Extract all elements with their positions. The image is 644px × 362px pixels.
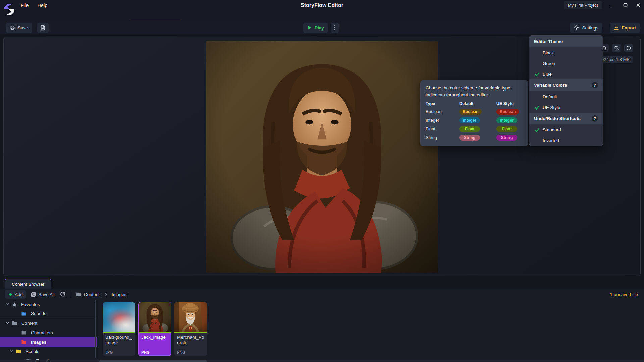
asset-name: Merchant_Portrait xyxy=(177,335,204,346)
folder-open-icon xyxy=(12,321,17,325)
play-icon xyxy=(307,25,312,30)
asset-card-merchant-portrait[interactable]: Merchant_Portrait PNG xyxy=(174,302,207,356)
tree-item-scripts[interactable]: Scripts xyxy=(0,347,97,356)
item-label: UE Style xyxy=(543,105,560,110)
column-header: UE Style xyxy=(496,101,534,106)
row-label: Boolean xyxy=(426,109,459,114)
tree-item-content[interactable]: Content xyxy=(0,318,97,328)
add-label: Add xyxy=(15,292,23,297)
horizontal-scrollbar[interactable] xyxy=(0,360,644,362)
section-undo-redo: Undo/Redo Shortcuts ? xyxy=(529,113,603,124)
file-preview-button[interactable] xyxy=(37,23,49,33)
item-label: Black xyxy=(543,50,554,55)
scrollbar-thumb[interactable] xyxy=(99,360,207,362)
content-browser-tab[interactable]: Content Browser xyxy=(5,279,51,289)
tree-item-sounds[interactable]: Sounds xyxy=(0,309,97,318)
tree-label: Images xyxy=(31,340,47,345)
export-label: Export xyxy=(622,25,636,31)
variable-color-table: Type Default UE Style Boolean Boolean Bo… xyxy=(426,101,523,141)
menu-item-black[interactable]: Black xyxy=(529,47,603,58)
item-label: Green xyxy=(543,61,555,66)
app-window: File Help StoryFlow Editor My First Proj… xyxy=(0,0,644,362)
project-name-badge: My First Project xyxy=(564,1,602,9)
document-search-icon xyxy=(40,25,45,31)
pill-string-ue: String xyxy=(496,135,517,141)
tree-label: Sounds xyxy=(31,311,46,316)
menu-file[interactable]: File xyxy=(21,3,29,8)
refresh-button[interactable] xyxy=(60,292,65,297)
menu-item-ue-style[interactable]: UE Style xyxy=(529,102,603,113)
star-icon xyxy=(12,302,17,307)
title-bar: File Help StoryFlow Editor My First Proj… xyxy=(0,0,644,10)
pill-string-default: String xyxy=(459,135,480,141)
chevron-down-icon[interactable] xyxy=(6,322,10,324)
asset-name: Jack_Image xyxy=(141,335,168,340)
row-label: String xyxy=(426,135,459,140)
minimize-button[interactable] xyxy=(610,3,615,8)
item-label: Inverted xyxy=(543,138,559,143)
chevron-down-icon[interactable] xyxy=(6,303,10,306)
unsaved-files-status: 1 unsaved file xyxy=(610,292,638,297)
folder-icon xyxy=(76,292,81,297)
asset-type: PNG xyxy=(141,350,168,354)
menu-item-inverted[interactable]: Inverted xyxy=(529,135,603,146)
plus-icon xyxy=(8,292,13,297)
folder-icon xyxy=(21,340,27,344)
menu-item-blue[interactable]: Blue xyxy=(529,69,603,79)
row-label: Integer xyxy=(426,118,459,123)
chevron-down-icon[interactable] xyxy=(10,350,14,353)
tree-scrollbar[interactable] xyxy=(95,300,96,358)
content-browser-toolbar: Add Save All Content Images 1 unsaved fi… xyxy=(0,289,644,300)
folder-icon xyxy=(21,330,27,335)
breadcrumb-images[interactable]: Images xyxy=(112,292,126,297)
play-label: Play xyxy=(315,25,324,31)
tree-item-exports[interactable]: Exports xyxy=(0,356,97,360)
tab-bar: </> Test </> Script_04 Jack_Image xyxy=(0,10,644,21)
editor-toolbar: Save Play Settings xyxy=(0,21,644,34)
help-icon[interactable]: ? xyxy=(592,82,598,88)
asset-card-jack-image[interactable]: Jack_Image PNG xyxy=(139,302,171,356)
menu-help[interactable]: Help xyxy=(37,3,47,8)
help-icon[interactable]: ? xyxy=(592,115,598,122)
zoom-out-button[interactable] xyxy=(612,44,621,52)
tree-item-characters[interactable]: Characters xyxy=(0,328,97,337)
menu-bar: File Help xyxy=(21,0,47,10)
check-icon xyxy=(534,71,540,77)
add-button[interactable]: Add xyxy=(5,290,26,299)
reset-view-button[interactable] xyxy=(624,44,633,52)
check-icon xyxy=(534,127,540,133)
breadcrumb-content[interactable]: Content xyxy=(84,292,100,297)
save-button[interactable]: Save xyxy=(6,23,32,33)
app-title: StoryFlow Editor xyxy=(0,0,644,10)
tree-label: Scripts xyxy=(25,349,39,354)
pill-boolean-default: Boolean xyxy=(459,109,482,115)
pill-float-default: Float xyxy=(459,126,480,132)
tree-label: Content xyxy=(21,321,37,326)
asset-name: Background_Image xyxy=(105,335,132,346)
save-all-button[interactable]: Save All xyxy=(31,292,55,297)
asset-grid: Background_Image JPG Jack_Image PNG Me xyxy=(99,300,207,356)
content-browser-body: Favorites Sounds Content Characters xyxy=(0,300,644,360)
menu-item-green[interactable]: Green xyxy=(529,58,603,69)
tree-item-favorites[interactable]: Favorites xyxy=(0,300,97,309)
play-options-button[interactable] xyxy=(331,23,339,33)
menu-item-default[interactable]: Default xyxy=(529,91,603,102)
column-header: Default xyxy=(459,101,496,106)
export-button[interactable]: Export xyxy=(610,23,640,33)
maximize-button[interactable] xyxy=(623,3,628,8)
tree-item-images[interactable]: Images xyxy=(0,337,97,347)
row-label: Float xyxy=(426,126,459,131)
play-button[interactable]: Play xyxy=(303,23,328,33)
asset-card-background-image[interactable]: Background_Image JPG xyxy=(103,302,135,356)
menu-item-standard[interactable]: Standard xyxy=(529,124,603,135)
pill-integer-ue: Integer xyxy=(496,117,517,123)
settings-button[interactable]: Settings xyxy=(570,23,602,33)
breadcrumb: Content Images xyxy=(76,292,127,297)
asset-type: PNG xyxy=(177,350,204,354)
pill-float-ue: Float xyxy=(496,126,517,132)
tree-label: Characters xyxy=(31,330,53,335)
asset-type: JPG xyxy=(105,350,132,354)
close-button[interactable] xyxy=(635,3,641,8)
section-editor-theme: Editor Theme xyxy=(529,36,603,47)
section-title: Undo/Redo Shortcuts xyxy=(534,116,581,121)
